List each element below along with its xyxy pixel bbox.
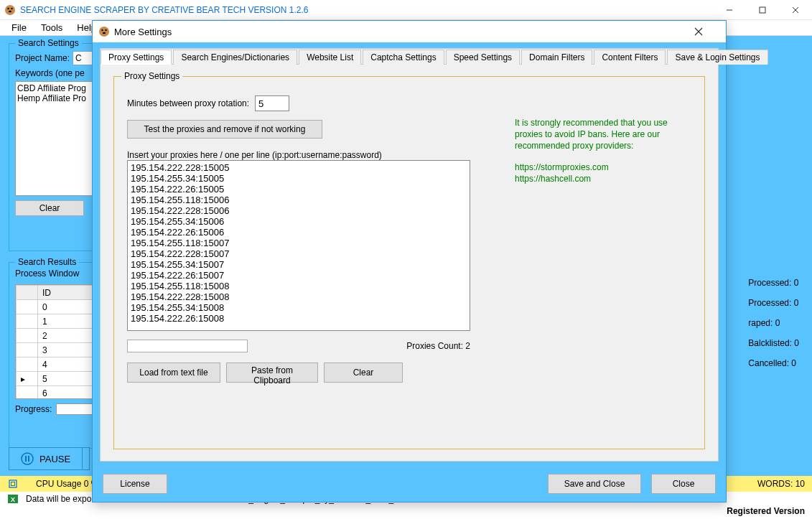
hint-link-2[interactable]: https://hashcell.com bbox=[515, 173, 687, 184]
keywords-label: Keywords (one pe bbox=[15, 68, 85, 78]
svg-point-17 bbox=[101, 29, 103, 31]
svg-text:X: X bbox=[11, 496, 15, 503]
svg-point-18 bbox=[105, 29, 106, 31]
stat-blacklisted: Balcklisted: 0 bbox=[748, 333, 799, 353]
svg-point-19 bbox=[103, 32, 106, 34]
more-settings-dialog: More Settings Proxy Settings Search Engi… bbox=[92, 20, 727, 502]
svg-point-0 bbox=[5, 5, 15, 15]
license-button[interactable]: License bbox=[103, 474, 167, 494]
main-title: SEARCH ENGINE SCRAPER BY CREATIVE BEAR T… bbox=[20, 5, 308, 15]
tab-domain-filters[interactable]: Domain Filters bbox=[521, 50, 592, 65]
svg-rect-11 bbox=[28, 456, 29, 462]
tab-save-login[interactable]: Save & Login Settings bbox=[667, 50, 767, 65]
dialog-titlebar: More Settings bbox=[93, 21, 726, 42]
project-name-label: Project Name: bbox=[15, 53, 70, 63]
pause-button[interactable]: PAUSE bbox=[9, 447, 83, 470]
svg-point-2 bbox=[11, 7, 12, 9]
svg-point-1 bbox=[7, 7, 9, 9]
svg-rect-12 bbox=[9, 480, 17, 487]
paste-from-clipboard-button[interactable]: Paste from Clipboard bbox=[226, 363, 318, 383]
tab-search-engines[interactable]: Search Engines/Dictionaries bbox=[173, 50, 297, 65]
tab-captcha-settings[interactable]: Captcha Settings bbox=[363, 50, 444, 65]
app-icon bbox=[4, 4, 16, 16]
menu-tools[interactable]: Tools bbox=[34, 21, 70, 34]
clear-proxies-button[interactable]: Clear bbox=[324, 363, 403, 383]
svg-point-16 bbox=[99, 27, 109, 37]
dialog-icon bbox=[98, 26, 110, 37]
rotation-input[interactable] bbox=[255, 95, 289, 111]
dialog-title: More Settings bbox=[114, 27, 172, 37]
dialog-close-button[interactable] bbox=[694, 27, 720, 36]
cpu-icon bbox=[7, 478, 19, 490]
svg-point-3 bbox=[9, 10, 11, 12]
svg-rect-5 bbox=[760, 7, 765, 13]
search-settings-legend: Search Settings bbox=[15, 38, 82, 48]
registered-label: Registered Version bbox=[727, 506, 805, 516]
proxies-textarea[interactable] bbox=[127, 160, 470, 331]
proxies-count: Proxies Count: 2 bbox=[406, 341, 470, 351]
stat-processed2: Processed: 0 bbox=[748, 293, 799, 313]
stat-scraped: raped: 0 bbox=[748, 313, 799, 333]
stats-sidebar: Processed: 0 Processed: 0 raped: 0 Balck… bbox=[748, 273, 799, 373]
menu-file[interactable]: File bbox=[4, 21, 34, 34]
test-proxies-button[interactable]: Test the proxies and remove if not worki… bbox=[127, 120, 322, 139]
svg-rect-13 bbox=[11, 482, 15, 486]
svg-point-9 bbox=[22, 453, 33, 464]
load-from-file-button[interactable]: Load from text file bbox=[127, 363, 220, 383]
clear-keywords-button[interactable]: Clear bbox=[15, 200, 84, 216]
tab-proxy-settings[interactable]: Proxy Settings bbox=[101, 50, 172, 65]
progress-label: Progress: bbox=[15, 404, 52, 414]
hint-text: It is strongly recommended that you use … bbox=[515, 117, 687, 151]
search-results-legend: Search Results bbox=[15, 257, 79, 267]
proxy-progress-bar bbox=[127, 340, 248, 352]
save-and-close-button[interactable]: Save and Close bbox=[548, 474, 641, 494]
tabs: Proxy Settings Search Engines/Dictionari… bbox=[101, 49, 718, 65]
tab-content-filters[interactable]: Content Filters bbox=[594, 50, 666, 65]
maximize-button[interactable] bbox=[746, 0, 779, 20]
tab-website-list[interactable]: Website List bbox=[299, 50, 361, 65]
keywords-count: WORDS: 10 bbox=[757, 479, 805, 489]
pause-icon bbox=[21, 452, 34, 465]
minimize-button[interactable] bbox=[713, 0, 746, 20]
rotation-label: Minutes between proxy rotation: bbox=[127, 98, 249, 108]
excel-icon: X bbox=[7, 493, 19, 505]
stat-cancelled: Cancelled: 0 bbox=[748, 353, 799, 373]
proxy-settings-group: Proxy Settings Minutes between proxy rot… bbox=[113, 76, 705, 449]
svg-rect-10 bbox=[25, 456, 27, 462]
pause-label: PAUSE bbox=[39, 454, 70, 464]
close-button[interactable] bbox=[779, 0, 812, 20]
main-titlebar: SEARCH ENGINE SCRAPER BY CREATIVE BEAR T… bbox=[0, 0, 812, 20]
proxy-settings-legend: Proxy Settings bbox=[121, 71, 182, 81]
close-dialog-button[interactable]: Close bbox=[651, 474, 716, 494]
proxy-hint: It is strongly recommended that you use … bbox=[515, 117, 687, 184]
tab-speed-settings[interactable]: Speed Settings bbox=[446, 50, 520, 65]
stat-processed1: Processed: 0 bbox=[748, 273, 799, 293]
cpu-usage: CPU Usage 0 % bbox=[36, 479, 98, 489]
hint-link-1[interactable]: https://stormproxies.com bbox=[515, 162, 687, 173]
